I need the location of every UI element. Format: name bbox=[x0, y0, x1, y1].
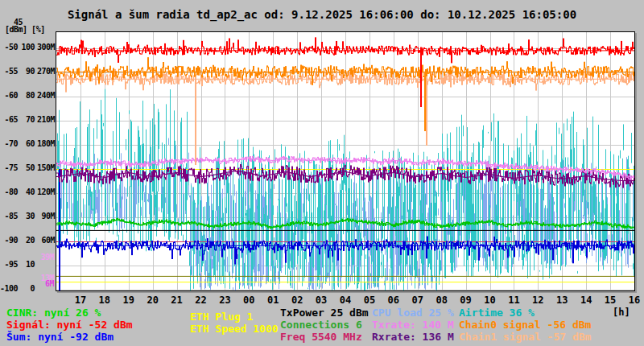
y-tick: -902060M bbox=[0, 236, 55, 245]
x-axis-unit: [h] bbox=[613, 307, 630, 318]
x-tick: 16 bbox=[625, 295, 643, 306]
legend-item: TxPower 25 dBm bbox=[280, 307, 369, 319]
y-tick: -50100300M bbox=[0, 43, 55, 52]
y-tick: -7550150M bbox=[0, 163, 55, 173]
legend-item: Chain1 signal -57 dBm bbox=[459, 331, 591, 343]
legend-item: ETH Plug 1 bbox=[190, 311, 279, 323]
x-tick: 09 bbox=[457, 295, 475, 306]
plot-area bbox=[56, 31, 635, 291]
x-tick: 07 bbox=[409, 295, 427, 306]
x-tick: 17 bbox=[72, 295, 89, 306]
x-tick: 11 bbox=[505, 295, 522, 306]
x-tick: 10 bbox=[481, 295, 499, 306]
y-tick: -8040120M bbox=[0, 187, 55, 197]
y-axis-units: [dBm] [%] bbox=[5, 25, 45, 34]
legend-item: Rxrate: 136 M bbox=[372, 331, 454, 343]
y-tick: -7060180M bbox=[0, 139, 55, 149]
legend-item: ETH Speed 1000 bbox=[190, 323, 279, 335]
x-tick: 05 bbox=[361, 295, 378, 306]
x-tick: 18 bbox=[96, 295, 114, 306]
legend-item: Connections 6 bbox=[280, 319, 369, 331]
legend-col-3: TxPower 25 dBmConnections 6Freq 5540 MHz bbox=[280, 307, 369, 343]
x-tick: 14 bbox=[577, 295, 595, 306]
y-tick: -853090M bbox=[0, 212, 55, 221]
x-tick: 12 bbox=[529, 295, 547, 306]
x-tick: 20 bbox=[144, 295, 162, 306]
legend-item: CINR: nyní 26 % bbox=[6, 307, 133, 319]
y-tick: -6570210M bbox=[0, 115, 55, 125]
x-tick: 13 bbox=[553, 295, 571, 306]
y-tick-rate-marker: 39M bbox=[32, 253, 54, 262]
y-tick: -5590270M bbox=[0, 67, 55, 76]
legend-item: Txrate: 140 M bbox=[372, 319, 454, 331]
legend-item: Signál: nyní -52 dBm bbox=[6, 319, 133, 331]
x-tick: 06 bbox=[385, 295, 402, 306]
legend-item: Chain0 signal -56 dBm bbox=[459, 319, 591, 331]
legend-item: Freq 5540 MHz bbox=[280, 331, 369, 343]
x-tick: 15 bbox=[601, 295, 619, 306]
graph-title: Signál a šum radia td_ap2_ac od: 9.12.20… bbox=[0, 8, 644, 21]
x-tick: 23 bbox=[216, 295, 233, 306]
legend-col-2: ETH Plug 1ETH Speed 1000 bbox=[190, 311, 279, 335]
legend-col-4: CPU load 25 %Txrate: 140 MRxrate: 136 M bbox=[372, 307, 454, 343]
x-tick: 00 bbox=[240, 295, 258, 306]
legend-item: CPU load 25 % bbox=[372, 307, 454, 319]
y-tick-rate-marker: 6M bbox=[32, 279, 54, 288]
x-tick: 03 bbox=[312, 295, 330, 306]
x-tick: 04 bbox=[336, 295, 354, 306]
legend-item: Airtime 36 % bbox=[459, 307, 591, 319]
x-tick: 22 bbox=[192, 295, 210, 306]
legend-col-1: CINR: nyní 26 %Signál: nyní -52 dBmŠum: … bbox=[6, 307, 133, 343]
x-tick: 08 bbox=[433, 295, 451, 306]
x-tick: 02 bbox=[288, 295, 306, 306]
graph-canvas bbox=[56, 32, 634, 290]
x-tick: 01 bbox=[264, 295, 282, 306]
y-tick: -6080240M bbox=[0, 91, 55, 101]
x-tick: 21 bbox=[168, 295, 186, 306]
legend-item: Šum: nyní -92 dBm bbox=[6, 331, 133, 343]
legend-col-5: Airtime 36 %Chain0 signal -56 dBmChain1 … bbox=[459, 307, 591, 343]
graph-page: { "title": "Signál a šum radia td_ap2_ac… bbox=[0, 0, 644, 346]
x-tick: 19 bbox=[120, 295, 138, 306]
